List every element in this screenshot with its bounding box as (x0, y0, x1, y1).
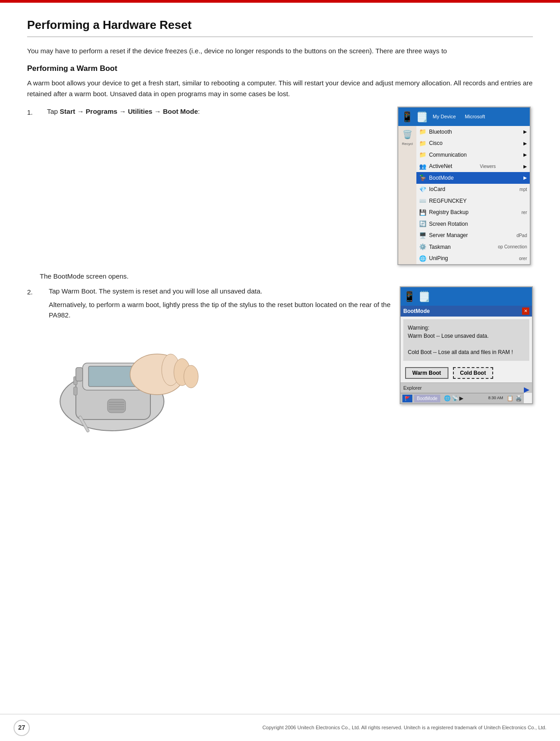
menu-item-bluetooth[interactable]: 📁 Bluetooth ▶ (416, 126, 530, 138)
title-divider (27, 37, 533, 37)
menu-item-activenet[interactable]: 👥 ActiveNet Viewers ▶ (416, 161, 530, 172)
bootmode-top-bar: 📱 🗒️ (401, 287, 532, 306)
menu-screenshot: 📱 🗒️ My Device Microsoft 🗑️ Recycl (397, 107, 531, 265)
mydevice-label: My Device (433, 113, 456, 121)
intro-text: You may have to perform a reset if the d… (27, 46, 533, 56)
cisco-folder-icon: 📁 (419, 139, 426, 148)
activenet-label: ActiveNet (429, 162, 452, 170)
menu-item-uniping[interactable]: 🌐 UniPing orer (416, 253, 530, 265)
registry-backup-label: Registry Backup (429, 208, 468, 216)
bootmode-screenshot: 📱 🗒️ BootMode ✕ Warning:Warm Boot -- Los… (400, 286, 533, 405)
warm-boot-button[interactable]: Warm Boot (405, 367, 448, 379)
svg-rect-4 (107, 399, 126, 413)
recycle-icon: 🗑️ (402, 129, 412, 141)
menu-item-taskman[interactable]: ⚙️ Taskman op Connection (416, 241, 530, 253)
bootmode-dialog-title: BootMode (403, 307, 430, 315)
bootmode-start-button[interactable]: 🚩 (402, 395, 412, 402)
svg-point-15 (184, 365, 198, 388)
regfunckey-label: REGFUNCKEY (429, 197, 467, 205)
page-number: 27 (14, 720, 30, 736)
bootmode-screenshot-col: 📱 🗒️ BootMode ✕ Warning:Warm Boot -- Los… (400, 286, 533, 405)
uniping-label: UniPing (429, 254, 448, 262)
taskbar-end-icon2: 🖨️ (515, 394, 522, 402)
uniping-icon: 🌐 (419, 254, 426, 263)
bootmode-task-item[interactable]: BootMode (414, 395, 440, 402)
bootmode-label: BootMode (429, 174, 454, 182)
taskman-icon: ⚙️ (419, 242, 426, 252)
mpt-label: mpt (519, 186, 527, 193)
step2-text: Tap Warm Boot. The system is reset and y… (49, 286, 391, 297)
bluetooth-arrow: ▶ (523, 128, 527, 135)
device-illustration (49, 329, 202, 438)
page-footer: 27 Copyright 2006 Unitech Electronics Co… (0, 714, 560, 741)
bootmode-arrow: ▶ (523, 174, 527, 181)
iocard-label: IoCard (429, 185, 445, 193)
orer-label: orer (519, 255, 527, 262)
bootmode-close-button[interactable]: ✕ (522, 308, 529, 315)
screen-rotation-label: Screen Rotation (429, 220, 468, 228)
communication-label: Communication (429, 151, 467, 159)
menu-item-iocard[interactable]: 💎 IoCard mpt (416, 184, 530, 196)
menu-items-list: 📁 Bluetooth ▶ 📁 Cisco ▶ 📁 (416, 126, 530, 264)
menu-item-bootmode[interactable]: 🦆 BootMode ▶ (416, 172, 530, 184)
cold-boot-button[interactable]: Cold Boot (453, 367, 493, 379)
step2-row: 2. Tap Warm Boot. The system is reset an… (27, 286, 533, 438)
explorer-bar: Explorer ▶ (401, 382, 532, 393)
bootmode-opens-text: The BootMode screen opens. (40, 271, 533, 282)
menu-top-bar: 📱 🗒️ My Device Microsoft (398, 107, 530, 126)
microsoft-label: Microsoft (465, 113, 485, 121)
rer-label: rer (522, 209, 527, 216)
section1-heading: Performing a Warm Boot (27, 63, 533, 75)
microsoft-icon: 🗒️ (416, 109, 428, 124)
regfunckey-icon: ⌨️ (419, 196, 426, 205)
section1-body: A warm boot allows your device to get a … (27, 78, 533, 99)
iocard-icon: 💎 (419, 185, 426, 194)
bluetooth-folder-icon: 📁 (419, 127, 426, 136)
page-title: Performing a Hardware Reset (27, 16, 533, 34)
taskbar-time: 8:30 AM (488, 395, 503, 401)
bootmode-buttons-row: Warm Boot Cold Boot (401, 364, 532, 382)
menu-item-cisco[interactable]: 📁 Cisco ▶ (416, 138, 530, 149)
server-manager-icon: 🖥️ (419, 231, 426, 240)
taskbar-icon3: ▶ (459, 394, 463, 402)
device-icon: 📱 (401, 109, 413, 124)
taskbar-icons: 🌐 📡 ▶ (444, 394, 463, 402)
menu-item-communication[interactable]: 📁 Communication ▶ (416, 149, 530, 161)
bootmode-titlebar: BootMode ✕ (401, 306, 532, 317)
menu-item-regfunckey[interactable]: ⌨️ REGFUNCKEY (416, 195, 530, 207)
step1-content: Tap Start → Programs → Utilities → Boot … (47, 107, 390, 117)
bootmode-microsoft-icon: 🗒️ (418, 289, 430, 304)
top-border (0, 0, 560, 3)
activenet-arrow: ▶ (523, 163, 527, 170)
cisco-arrow: ▶ (523, 140, 527, 147)
step1-image-col: 📱 🗒️ My Device Microsoft 🗑️ Recycl (397, 107, 533, 265)
bootmode-dialog-content: Warning:Warm Boot -- Lose unsaved data.C… (403, 319, 529, 361)
registry-backup-icon: 💾 (419, 208, 426, 217)
explorer-label: Explorer (403, 385, 422, 391)
communication-arrow: ▶ (523, 151, 527, 158)
menu-item-server-manager[interactable]: 🖥️ Server Manager dPad (416, 230, 530, 242)
activenet-icon: 👥 (419, 162, 426, 171)
screen-rotation-icon: 🔄 (419, 219, 426, 228)
start-flag-icon: 🚩 (405, 395, 410, 402)
bootmode-icon: 🦆 (419, 173, 426, 182)
footer-copyright: Copyright 2006 Unitech Electronics Co., … (262, 724, 546, 732)
menu-item-screen-rotation[interactable]: 🔄 Screen Rotation (416, 218, 530, 230)
viewers-label: Viewers (480, 163, 495, 170)
step2-alt-text: Alternatively, to perform a warm boot, l… (49, 300, 391, 320)
menu-left-strip: 🗑️ Recycl (398, 126, 416, 264)
taskbar-icon2: 📡 (452, 394, 458, 402)
step1-number: 1. (27, 107, 40, 118)
menu-item-registry-backup[interactable]: 💾 Registry Backup rer (416, 207, 530, 219)
explorer-icon: ▶ (524, 384, 529, 395)
taskbar-end-icon1: 📋 (507, 394, 513, 402)
menu-body: 🗑️ Recycl 📁 Bluetooth ▶ 📁 (398, 126, 530, 264)
recycle-label: Recycl (402, 142, 413, 146)
bluetooth-label: Bluetooth (429, 128, 452, 136)
server-manager-label: Server Manager (429, 231, 468, 239)
connection-label: op Connection (498, 243, 527, 250)
communication-folder-icon: 📁 (419, 150, 426, 159)
svg-rect-10 (74, 387, 77, 395)
device-svg (49, 329, 202, 438)
cisco-label: Cisco (429, 139, 443, 147)
